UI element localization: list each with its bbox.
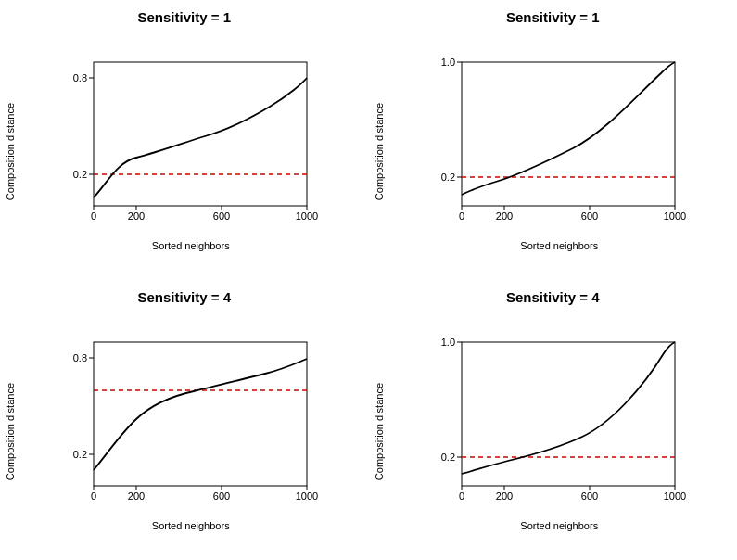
svg-text:0: 0 [459,210,464,222]
svg-text:1000: 1000 [664,490,686,502]
chart-area-bottom-right: Composition distance 0.2 1.0 0 200 [374,309,733,555]
chart-svg-top-right: 0.2 1.0 0 200 600 1000 [425,53,693,238]
svg-text:200: 200 [128,490,145,502]
svg-text:0.2: 0.2 [441,452,455,463]
svg-text:0.2: 0.2 [441,172,455,183]
svg-text:0.2: 0.2 [72,169,86,180]
panel-bottom-right: Sensitivity = 4 Composition distance 0.2… [369,280,738,560]
svg-text:200: 200 [496,490,513,502]
svg-rect-14 [462,62,675,206]
y-label-top-left: Composition distance [5,103,16,200]
chart-svg-bottom-left: 0.2 0.8 0 200 600 1000 [57,333,325,518]
chart-svg-bottom-right: 0.2 1.0 0 200 600 1000 [425,333,693,518]
y-label-bottom-left: Composition distance [5,383,16,480]
chart-container-bottom-left: 0.2 0.8 0 200 600 1000 [18,333,364,531]
svg-text:1.0: 1.0 [441,57,455,68]
chart-area-top-left: Composition distance 0.2 0.8 [5,29,364,275]
title-bottom-right: Sensitivity = 4 [506,289,599,305]
svg-text:1.0: 1.0 [441,337,455,348]
panel-top-left: Sensitivity = 1 Composition distance 0.2… [0,0,369,280]
title-bottom-left: Sensitivity = 4 [138,289,231,305]
chart-area-top-right: Composition distance 0.2 1.0 0 200 [374,29,733,275]
title-top-right: Sensitivity = 1 [506,9,599,25]
chart-area-bottom-left: Composition distance 0.2 0.8 0 200 [5,309,364,555]
svg-text:200: 200 [128,210,145,222]
y-label-bottom-right: Composition distance [374,383,385,480]
panel-bottom-left: Sensitivity = 4 Composition distance 0.2… [0,280,369,560]
svg-text:600: 600 [581,210,598,222]
svg-text:1000: 1000 [296,210,318,222]
chart-container-bottom-right: 0.2 1.0 0 200 600 1000 [387,333,733,531]
svg-text:0.8: 0.8 [72,72,86,83]
chart-container-top-left: 0.2 0.8 0 200 600 [18,53,364,251]
x-label-bottom-left: Sorted neighbors [152,520,230,531]
svg-text:1000: 1000 [664,210,686,222]
x-label-top-left: Sorted neighbors [152,240,230,251]
svg-text:0: 0 [91,210,96,222]
svg-text:600: 600 [581,490,598,502]
chart-container-top-right: 0.2 1.0 0 200 600 1000 [387,53,733,251]
x-label-bottom-right: Sorted neighbors [520,520,598,531]
svg-text:0: 0 [459,490,464,502]
svg-text:0.8: 0.8 [72,352,86,363]
panel-top-right: Sensitivity = 1 Composition distance 0.2… [369,0,738,280]
y-label-top-right: Composition distance [374,103,385,200]
main-grid: Sensitivity = 1 Composition distance 0.2… [0,0,737,560]
svg-text:600: 600 [213,490,230,502]
svg-text:0: 0 [91,490,96,502]
chart-svg-top-left: 0.2 0.8 0 200 600 [57,53,325,238]
svg-rect-28 [94,342,307,486]
x-label-top-right: Sorted neighbors [520,240,598,251]
svg-text:200: 200 [496,210,513,222]
svg-text:600: 600 [213,210,230,222]
svg-text:1000: 1000 [296,490,318,502]
title-top-left: Sensitivity = 1 [138,9,231,25]
svg-rect-0 [94,62,307,206]
svg-text:0.2: 0.2 [72,449,86,460]
